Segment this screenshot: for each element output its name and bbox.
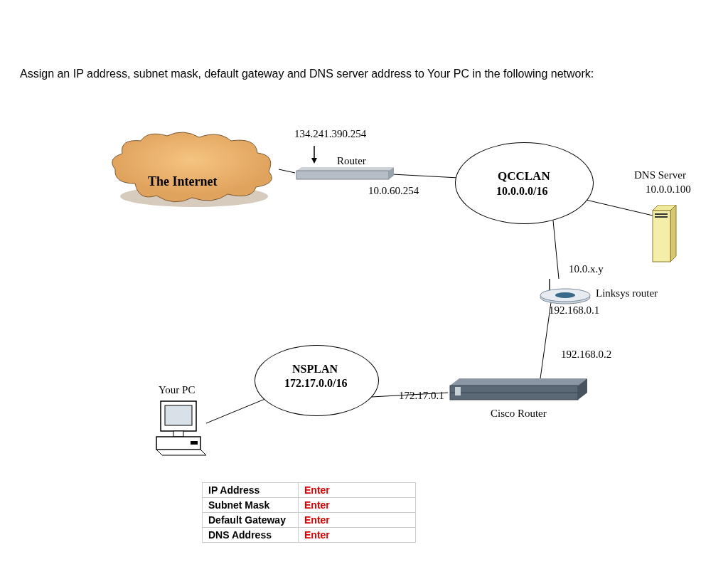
svg-rect-28 — [165, 405, 192, 425]
qcclan-cidr: 10.0.0.0/16 — [496, 185, 547, 198]
config-table: IP Address Enter Subnet Mask Enter Defau… — [202, 482, 416, 543]
pc-label: Your PC — [159, 384, 195, 396]
svg-line-3 — [392, 174, 459, 178]
cisco-router-icon — [446, 377, 589, 402]
svg-rect-29 — [173, 431, 183, 437]
default-gateway-label: Default Gateway — [203, 513, 299, 528]
svg-line-5 — [553, 221, 559, 279]
svg-marker-10 — [296, 167, 394, 171]
svg-marker-31 — [156, 450, 206, 455]
svg-line-4 — [583, 199, 653, 216]
dns-label: DNS Server — [634, 169, 686, 181]
qcclan-name: QCCLAN — [498, 169, 550, 184]
dns-server-icon — [651, 205, 679, 265]
cisco-label: Cisco Router — [491, 408, 547, 420]
linksys-lan-ip: 192.168.0.1 — [549, 304, 599, 317]
svg-marker-22 — [450, 378, 587, 386]
linksys-label: Linksys router — [596, 287, 658, 299]
table-row: Default Gateway Enter — [203, 513, 416, 528]
svg-rect-32 — [191, 441, 198, 445]
table-row: IP Address Enter — [203, 483, 416, 498]
ip-address-label: IP Address — [203, 483, 299, 498]
cisco-lan-ip: 172.17.0.1 — [399, 390, 444, 402]
edge-router-label: Router — [337, 155, 366, 167]
dns-ip: 10.0.0.100 — [646, 184, 691, 196]
linksys-wan-ip: 10.0.x.y — [569, 263, 604, 275]
pc-icon — [155, 398, 208, 462]
svg-point-21 — [555, 292, 575, 298]
ip-address-value[interactable]: Enter — [304, 484, 330, 496]
edge-router-top-ip: 134.241.390.254 — [294, 128, 366, 140]
edge-router-icon — [293, 167, 396, 180]
edge-router-bottom-ip: 10.0.60.254 — [368, 185, 419, 197]
linksys-router-icon — [537, 277, 590, 306]
svg-line-8 — [206, 398, 267, 423]
table-row: Subnet Mask Enter — [203, 498, 416, 513]
svg-rect-11 — [296, 171, 389, 179]
default-gateway-value[interactable]: Enter — [304, 514, 330, 526]
svg-marker-2 — [311, 158, 317, 164]
table-row: DNS Address Enter — [203, 528, 416, 543]
nsplan-name: NSPLAN — [292, 363, 338, 376]
dns-address-label: DNS Address — [203, 528, 299, 543]
svg-rect-15 — [653, 211, 670, 262]
internet-label: The Internet — [148, 174, 218, 189]
subnet-mask-value[interactable]: Enter — [304, 499, 330, 511]
svg-marker-14 — [670, 205, 676, 262]
dns-address-value[interactable]: Enter — [304, 529, 330, 541]
nsplan-cidr: 172.17.0.0/16 — [284, 377, 347, 390]
svg-rect-26 — [455, 387, 461, 395]
subnet-mask-label: Subnet Mask — [203, 498, 299, 513]
cisco-wan-ip: 192.168.0.2 — [561, 349, 611, 361]
internet-cloud — [107, 130, 281, 205]
